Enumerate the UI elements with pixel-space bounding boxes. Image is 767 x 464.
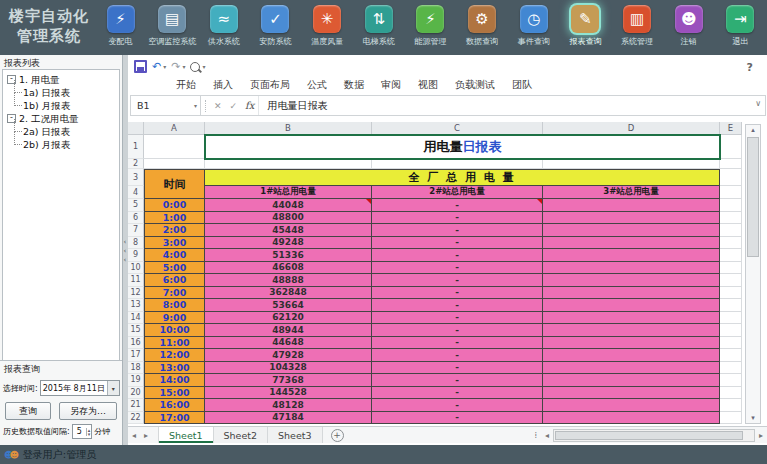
row-header-21[interactable]: 21	[128, 399, 144, 412]
cell-D9[interactable]	[543, 249, 720, 262]
cell-E15[interactable]	[720, 324, 742, 337]
vertical-scrollbar-thumb[interactable]	[747, 137, 759, 257]
cell-C20[interactable]: -	[372, 387, 543, 400]
cell-A21-time[interactable]: 16:00	[144, 399, 205, 412]
cell-A19-time[interactable]: 14:00	[144, 374, 205, 387]
cell-B3-group-header[interactable]: 全 厂 总 用 电 量	[205, 169, 720, 186]
cell-A7-time[interactable]: 2:00	[144, 224, 205, 237]
row-header-1[interactable]: 1	[128, 135, 144, 159]
cell-B12[interactable]: 362848	[205, 287, 372, 300]
cell-row2-6[interactable]	[720, 159, 742, 169]
cell-C10[interactable]: -	[372, 262, 543, 275]
cell-B5[interactable]: 44048	[205, 199, 372, 212]
column-header-B[interactable]: B	[205, 122, 372, 135]
cell-E21[interactable]	[720, 399, 742, 412]
ribbon-tab-insert[interactable]: 插入	[213, 78, 233, 92]
cell-E1[interactable]	[720, 135, 742, 159]
row-header-15[interactable]: 15	[128, 324, 144, 337]
row-header-3[interactable]: 3	[128, 169, 144, 186]
cell-A16-time[interactable]: 11:00	[144, 337, 205, 350]
cell-C9[interactable]: -	[372, 249, 543, 262]
vertical-scrollbar[interactable]: ▴ ▾	[745, 124, 761, 424]
cell-E16[interactable]	[720, 337, 742, 350]
ribbon-tab-formulas[interactable]: 公式	[307, 78, 327, 92]
cell-row2-5[interactable]	[543, 159, 720, 169]
cell-D11[interactable]	[543, 274, 720, 287]
scroll-down-icon[interactable]: ▾	[746, 414, 760, 422]
ribbon-tab-view[interactable]: 视图	[418, 78, 438, 92]
cell-D6[interactable]	[543, 212, 720, 225]
cell-C7[interactable]: -	[372, 224, 543, 237]
cell-C15[interactable]: -	[372, 324, 543, 337]
toolbar-item-exit[interactable]: ⇥退出	[716, 5, 765, 47]
cell-A13-time[interactable]: 8:00	[144, 299, 205, 312]
row-header-20[interactable]: 20	[128, 387, 144, 400]
cell-C17[interactable]: -	[372, 349, 543, 362]
cell-A3-time-header[interactable]: 时间	[144, 169, 205, 199]
sheet-tab-sheet1[interactable]: Sheet1	[158, 427, 214, 443]
cell-B11[interactable]: 48888	[205, 274, 372, 287]
cell-C8[interactable]: -	[372, 237, 543, 250]
ribbon-tab-review[interactable]: 审阅	[381, 78, 401, 92]
row-header-13[interactable]: 13	[128, 299, 144, 312]
formula-bar-expand-icon[interactable]: ∨	[755, 99, 761, 108]
formula-bar[interactable]: 用电量日报表	[258, 96, 765, 115]
cell-A1[interactable]	[144, 135, 205, 159]
cell-A12-time[interactable]: 7:00	[144, 287, 205, 300]
row-header-7[interactable]: 7	[128, 224, 144, 237]
toolbar-item-data-query[interactable]: ⚙数据查询	[458, 5, 507, 47]
column-header-D[interactable]: D	[543, 122, 720, 135]
cell-D12[interactable]	[543, 287, 720, 300]
toolbar-item-elevator-system[interactable]: ⇅电梯系统	[354, 5, 403, 47]
cell-E7[interactable]	[720, 224, 742, 237]
cell-D18[interactable]	[543, 362, 720, 375]
cell-D17[interactable]	[543, 349, 720, 362]
horizontal-scrollbar-thumb[interactable]	[555, 431, 743, 440]
row-header-6[interactable]: 6	[128, 212, 144, 225]
row-header-17[interactable]: 17	[128, 349, 144, 362]
cancel-icon[interactable]: ✕	[214, 101, 222, 111]
name-box[interactable]: B1 ▾	[131, 96, 201, 115]
ribbon-tab-load-test[interactable]: 负载测试	[455, 78, 495, 92]
date-picker[interactable]: 2015年 8月11日 ▾	[40, 380, 120, 396]
column-header-C[interactable]: C	[372, 122, 543, 135]
select-all-corner[interactable]	[128, 122, 144, 135]
cell-E10[interactable]	[720, 262, 742, 275]
cell-E11[interactable]	[720, 274, 742, 287]
cell-station-header-2[interactable]: 2#站总用电量	[372, 186, 543, 199]
cell-D13[interactable]	[543, 299, 720, 312]
toolbar-item-power-distribution[interactable]: ⚡变配电	[96, 5, 145, 47]
toolbar-item-system-management[interactable]: ▥系统管理	[613, 5, 662, 47]
horizontal-scrollbar[interactable]	[553, 429, 755, 442]
print-preview-icon[interactable]	[190, 62, 200, 72]
tree-item-report-1a[interactable]: 1a) 日报表	[23, 86, 119, 99]
cell-B20[interactable]: 144528	[205, 387, 372, 400]
cell-A10-time[interactable]: 5:00	[144, 262, 205, 275]
cell-E6[interactable]	[720, 212, 742, 225]
ribbon-tab-home[interactable]: 开始	[176, 78, 196, 92]
cell-B22[interactable]: 47184	[205, 412, 372, 425]
cell-row2-3[interactable]	[205, 159, 372, 169]
spinner-arrows-icon[interactable]: ▴▾	[86, 428, 92, 436]
undo-dropdown-icon[interactable]: ▾	[163, 63, 166, 70]
cell-D16[interactable]	[543, 337, 720, 350]
row-header-5[interactable]: 5	[128, 199, 144, 212]
save-as-button[interactable]: 另存为…	[59, 402, 117, 420]
cell-A14-time[interactable]: 9:00	[144, 312, 205, 325]
cell-B18[interactable]: 104328	[205, 362, 372, 375]
help-button[interactable]: ?	[747, 61, 753, 74]
cell-A20-time[interactable]: 15:00	[144, 387, 205, 400]
row-header-16[interactable]: 16	[128, 337, 144, 350]
cell-B1-report-title[interactable]: 用电量日报表	[205, 135, 720, 159]
cell-D7[interactable]	[543, 224, 720, 237]
cell-E4[interactable]	[720, 186, 742, 199]
cell-A8-time[interactable]: 3:00	[144, 237, 205, 250]
toolbar-item-water-supply[interactable]: ≈供水系统	[199, 5, 248, 47]
toolbar-item-temp-airflow[interactable]: ✳温度风量	[303, 5, 352, 47]
cell-C22[interactable]: -	[372, 412, 543, 425]
qat-customize-icon[interactable]: ▾	[202, 63, 205, 70]
cell-B9[interactable]: 51336	[205, 249, 372, 262]
cell-D22[interactable]	[543, 412, 720, 425]
cell-D20[interactable]	[543, 387, 720, 400]
cell-A9-time[interactable]: 4:00	[144, 249, 205, 262]
